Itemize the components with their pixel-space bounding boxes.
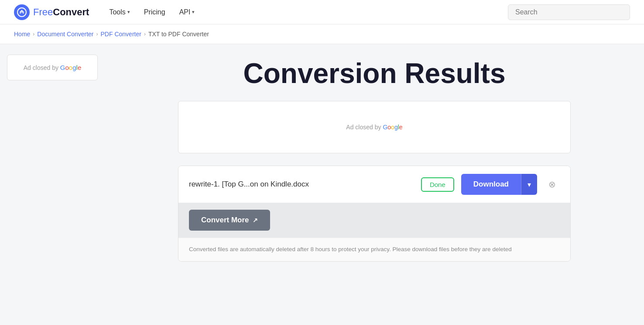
- done-badge: Done: [421, 177, 454, 192]
- page-title: Conversion Results: [243, 58, 505, 89]
- ad-closed-prefix: Ad closed by: [24, 64, 58, 71]
- breadcrumb: Home › Document Converter › PDF Converte…: [0, 24, 644, 44]
- logo[interactable]: FreeConvert: [14, 4, 89, 20]
- nav-pricing[interactable]: Pricing: [138, 5, 171, 20]
- logo-text: FreeConvert: [33, 7, 89, 18]
- left-ad-panel: Ad closed by Google: [0, 44, 105, 325]
- chevron-down-icon: ▾: [127, 9, 130, 15]
- chevron-down-icon-download: ▾: [528, 180, 531, 189]
- breadcrumb-sep-3: ›: [144, 31, 146, 37]
- download-button[interactable]: Download: [461, 174, 521, 195]
- close-icon: ⊗: [548, 179, 556, 190]
- search-input[interactable]: [508, 4, 630, 20]
- chevron-down-icon-api: ▾: [192, 9, 195, 15]
- center-content: Conversion Results Ad closed by Google r…: [105, 44, 644, 325]
- breadcrumb-home[interactable]: Home: [14, 31, 30, 38]
- file-name: rewrite-1. [Top G...on on Kindle.docx: [189, 180, 414, 189]
- left-ad-closed: Ad closed by Google: [7, 55, 98, 80]
- convert-more-row: Convert More ↗: [178, 203, 570, 238]
- main-layout: Ad closed by Google Conversion Results A…: [0, 44, 644, 325]
- center-ad-prefix: Ad closed by: [346, 124, 381, 131]
- breadcrumb-pdf-converter[interactable]: PDF Converter: [101, 31, 141, 38]
- navbar: FreeConvert Tools ▾ Pricing API ▾: [0, 0, 644, 24]
- download-btn-group: Download ▾: [461, 174, 537, 195]
- ad-closed-brand: Google: [60, 64, 81, 71]
- breadcrumb-current: TXT to PDF Converter: [148, 31, 209, 38]
- breadcrumb-sep-1: ›: [33, 31, 34, 37]
- convert-more-button[interactable]: Convert More ↗: [189, 210, 270, 231]
- breadcrumb-document-converter[interactable]: Document Converter: [37, 31, 93, 38]
- file-row: rewrite-1. [Top G...on on Kindle.docx Do…: [178, 166, 570, 203]
- result-card: rewrite-1. [Top G...on on Kindle.docx Do…: [178, 166, 571, 261]
- logo-icon: [14, 4, 30, 20]
- nav-tools[interactable]: Tools ▾: [103, 5, 136, 20]
- external-link-icon: ↗: [253, 217, 258, 224]
- center-ad-closed: Ad closed by Google: [178, 101, 571, 153]
- center-ad-brand: Google: [383, 124, 402, 131]
- disclaimer-text: Converted files are automatically delete…: [178, 238, 570, 261]
- breadcrumb-sep-2: ›: [96, 31, 98, 37]
- close-button[interactable]: ⊗: [544, 176, 560, 192]
- nav-links: Tools ▾ Pricing API ▾: [103, 5, 494, 20]
- nav-api[interactable]: API ▾: [173, 5, 201, 20]
- convert-more-label: Convert More: [201, 216, 249, 225]
- download-chevron-button[interactable]: ▾: [521, 174, 537, 195]
